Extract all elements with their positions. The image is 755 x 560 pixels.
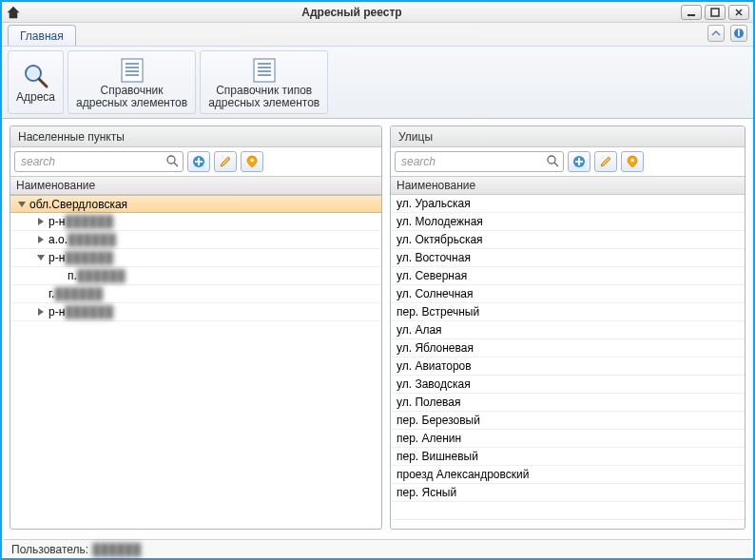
tree-node-text: ██████ xyxy=(54,287,103,300)
list-row[interactable]: пер. Ясный xyxy=(391,484,745,502)
list-icon xyxy=(252,57,277,84)
list-row[interactable]: ул. Молодежная xyxy=(391,213,745,231)
tree-node-prefix: п. xyxy=(68,269,77,282)
list-row[interactable]: ул. Алая xyxy=(391,321,745,339)
list-row[interactable]: ул. Солнечная xyxy=(391,285,745,303)
svg-point-20 xyxy=(250,159,254,163)
tree-node-prefix: р-н xyxy=(48,251,65,264)
ribbon-tabstrip: Главная i xyxy=(2,23,753,46)
statusbar-user-value: ██████ xyxy=(92,543,141,556)
svg-line-6 xyxy=(39,79,47,87)
streets-list[interactable]: ул. Уральскаяул. Молодежнаяул. Октябрьск… xyxy=(391,195,745,529)
list-row[interactable]: ул. Заводская xyxy=(391,376,745,394)
list-row[interactable] xyxy=(391,520,745,529)
minimize-button[interactable] xyxy=(681,5,702,20)
tree-node-prefix: р-н xyxy=(48,215,65,228)
address-elements-directory-button[interactable]: Справочник адресных элементов xyxy=(72,53,191,111)
list-icon xyxy=(120,57,145,84)
tree-node-prefix: обл. xyxy=(29,198,51,211)
expand-icon[interactable] xyxy=(35,306,47,318)
ribbon: Главная i xyxy=(2,23,753,119)
collapse-ribbon-button[interactable] xyxy=(707,25,725,42)
streets-panel-title: Улицы xyxy=(391,126,745,147)
tree-node-text: Свердловская xyxy=(51,198,127,211)
locate-settlement-button[interactable] xyxy=(241,151,263,172)
add-street-button[interactable] xyxy=(568,151,590,172)
list-row[interactable]: ул. Октябрьская xyxy=(391,231,745,249)
help-button[interactable]: i xyxy=(730,25,747,42)
locate-street-button[interactable] xyxy=(621,151,644,172)
tree-node-text: ██████ xyxy=(65,305,113,319)
window-title: Адресный реестр xyxy=(23,6,681,19)
close-icon xyxy=(734,8,744,17)
list-row[interactable]: ул. Яблоневая xyxy=(391,339,745,357)
tree-node-prefix: р-н xyxy=(48,305,65,319)
tree-node-text: ██████ xyxy=(68,233,116,246)
edit-street-button[interactable] xyxy=(594,151,617,172)
tree-row[interactable]: р-н ██████ xyxy=(10,249,381,267)
tree-row[interactable]: п. ██████ xyxy=(10,267,381,285)
list-row[interactable]: проезд Александровский xyxy=(391,466,745,484)
settlements-column-header[interactable]: Наименование xyxy=(10,176,381,195)
list-row[interactable]: пер. Аленин xyxy=(391,430,745,448)
close-button[interactable] xyxy=(728,5,749,20)
settlements-panel-title: Населенные пункты xyxy=(10,126,381,147)
svg-rect-0 xyxy=(687,14,695,16)
svg-line-18 xyxy=(174,163,178,166)
expand-icon[interactable] xyxy=(35,234,47,245)
expander-leaf xyxy=(35,288,47,299)
streets-toolbar xyxy=(391,147,745,176)
add-settlement-button[interactable] xyxy=(187,151,210,172)
streets-search-input[interactable] xyxy=(396,152,563,171)
maximize-button[interactable] xyxy=(705,5,726,20)
edit-settlement-button[interactable] xyxy=(214,151,237,172)
settlements-search-wrap xyxy=(14,151,184,172)
window-controls xyxy=(681,5,753,20)
expand-icon[interactable] xyxy=(35,216,47,227)
tree-row[interactable]: г. ██████ xyxy=(10,285,381,303)
list-row[interactable]: ул. Полевая xyxy=(391,394,745,412)
streets-panel: Улицы Наименование ул. Уральскаяул. Моло… xyxy=(390,126,745,530)
address-element-types-directory-button[interactable]: Справочник типов адресных элементов xyxy=(204,53,323,111)
list-row[interactable]: ул. Восточная xyxy=(391,249,745,267)
list-row[interactable]: пер. Березовый xyxy=(391,412,745,430)
tree-row[interactable]: а.о. ██████ xyxy=(10,231,381,249)
svg-rect-1 xyxy=(711,9,719,16)
chevron-up-icon xyxy=(711,29,721,38)
settlements-search-input[interactable] xyxy=(15,152,183,171)
list-row[interactable]: пер. Встречный xyxy=(391,303,745,321)
collapse-icon[interactable] xyxy=(35,252,47,263)
svg-rect-7 xyxy=(122,59,143,82)
tree-node-text: ██████ xyxy=(65,215,113,228)
search-icon xyxy=(546,154,559,167)
tree-row[interactable]: р-н ██████ xyxy=(10,303,381,321)
list-row[interactable]: ул. Авиаторов xyxy=(391,357,745,376)
pencil-icon xyxy=(599,155,612,168)
list-row[interactable] xyxy=(391,502,745,520)
info-icon: i xyxy=(733,28,745,39)
settlements-tree[interactable]: обл. Свердловскаяр-н ██████а.о. ██████р-… xyxy=(10,195,381,529)
statusbar: Пользователь: ██████ xyxy=(4,539,751,558)
svg-rect-12 xyxy=(254,59,275,82)
ribbon-body: Адреса Справочник адресных элементо xyxy=(2,46,753,118)
tab-main[interactable]: Главная xyxy=(8,25,76,46)
address-elements-directory-label: Справочник адресных элементов xyxy=(76,85,187,109)
svg-point-24 xyxy=(630,159,634,163)
home-button[interactable] xyxy=(4,4,23,21)
tree-row[interactable]: обл. Свердловская xyxy=(10,195,381,213)
home-icon xyxy=(7,6,20,19)
list-row[interactable]: пер. Вишневый xyxy=(391,448,745,466)
collapse-icon[interactable] xyxy=(16,199,28,210)
application-window: Адресный реестр Главная i xyxy=(0,0,755,560)
tree-row[interactable]: р-н ██████ xyxy=(10,213,381,231)
svg-text:i: i xyxy=(737,28,740,39)
address-element-types-directory-label: Справочник типов адресных элементов xyxy=(208,85,319,109)
maximize-icon xyxy=(710,8,720,17)
list-row[interactable]: ул. Уральская xyxy=(391,195,745,213)
svg-point-17 xyxy=(167,156,175,164)
streets-column-header[interactable]: Наименование xyxy=(391,176,745,195)
list-row[interactable]: ул. Северная xyxy=(391,267,745,285)
addresses-button[interactable]: Адреса xyxy=(12,53,59,111)
pin-icon xyxy=(245,155,259,168)
search-icon xyxy=(165,154,179,167)
